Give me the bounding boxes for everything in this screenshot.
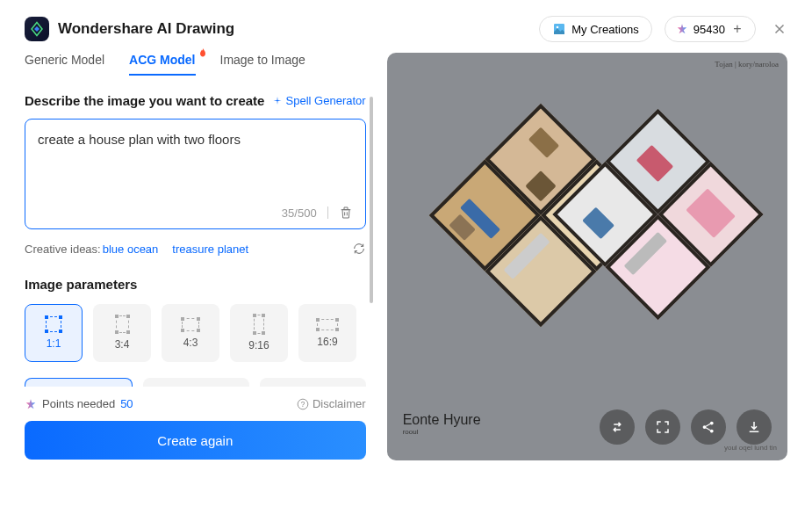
tab-image-to-image[interactable]: Image to Image [220,53,305,76]
ratio-1-1[interactable]: 1:1 [25,304,83,362]
divider [327,206,328,219]
disclaimer-button[interactable]: ? Disclaimer [297,397,366,410]
points-needed-label: Points needed [42,397,115,410]
svg-point-6 [710,430,714,433]
download-button[interactable] [737,409,772,445]
style-option-3[interactable] [260,378,366,387]
prompt-input[interactable] [38,132,353,162]
prompt-input-container: 35/500 [25,119,366,229]
svg-point-1 [557,26,559,29]
char-counter: 35/500 [282,206,317,220]
signature: Eonte Hyure rooul [403,412,481,436]
tab-generic-model[interactable]: Generic Model [25,53,104,76]
sparkle-icon [272,96,283,106]
ratio-4-3[interactable]: 4:3 [162,304,219,362]
trash-icon[interactable] [339,206,353,220]
question-icon: ? [297,398,309,410]
swap-icon [609,419,625,435]
add-points-button[interactable]: + [730,22,744,36]
points-icon [25,398,37,410]
create-again-button[interactable]: Create again [25,421,366,460]
params-label: Image parameters [25,277,366,292]
share-icon [701,419,716,435]
points-value: 95430 [693,23,725,36]
my-creations-button[interactable]: My Creations [539,16,652,42]
ratio-16-9[interactable]: 16:9 [298,304,356,362]
preview-image: Tojan | kory/naroloa Eonte Hyure rooul y… [387,53,787,460]
share-button[interactable] [691,409,726,445]
describe-label: Describe the image you want to create [25,93,264,108]
idea-link-1[interactable]: blue ocean [103,243,159,256]
svg-point-5 [710,422,714,425]
svg-point-4 [703,425,707,429]
points-needed-value: 50 [120,397,133,410]
watermark-bottom: youl oqel lund tin [724,444,777,452]
ratio-3-4[interactable]: 3:4 [93,304,151,362]
tab-acg-model[interactable]: ACG Model [129,53,195,76]
download-icon [746,419,762,435]
app-logo [25,17,49,41]
style-option-2[interactable] [143,378,249,387]
points-icon [676,23,688,35]
style-option-1[interactable] [25,378,133,387]
spell-generator-button[interactable]: Spell Generator [272,94,366,107]
refresh-icon[interactable] [352,242,366,256]
regenerate-button[interactable] [600,409,635,445]
expand-icon [655,419,671,435]
watermark-top: Tojan | kory/naroloa [715,60,779,69]
app-title: Wondershare AI Drawing [58,20,234,38]
my-creations-label: My Creations [571,23,639,36]
svg-text:?: ? [301,400,305,408]
fire-icon [198,47,208,58]
points-badge[interactable]: 95430 + [665,16,756,42]
scrollbar[interactable] [370,97,373,303]
close-button[interactable] [772,21,787,37]
ratio-9-16[interactable]: 9:16 [230,304,288,362]
ideas-label: Creative ideas: [25,243,101,256]
fullscreen-button[interactable] [645,409,680,445]
idea-link-2[interactable]: treasure planet [172,243,248,256]
image-icon [552,22,566,36]
